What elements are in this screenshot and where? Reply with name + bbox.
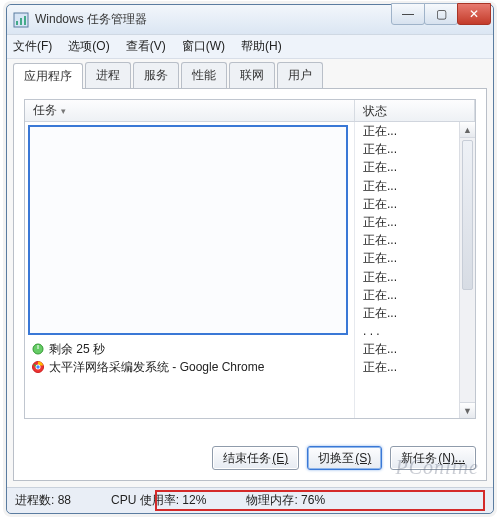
menu-window[interactable]: 窗口(W) (182, 38, 225, 55)
chrome-icon (31, 360, 45, 374)
close-button[interactable]: ✕ (457, 3, 491, 25)
task-row-timer[interactable]: 剩余 25 秒 (31, 340, 350, 358)
close-icon: ✕ (469, 7, 479, 21)
new-task-button[interactable]: 新任务(N)... (390, 446, 476, 470)
button-label: 新任务 (401, 450, 437, 467)
button-row: 结束任务(E) 切换至(S) 新任务(N)... (212, 446, 476, 470)
svg-rect-3 (24, 16, 26, 25)
task-row-label: 剩余 25 秒 (49, 341, 105, 358)
menu-file[interactable]: 文件(F) (13, 38, 52, 55)
status-column-body: 正在... 正在... 正在... 正在... 正在... 正在... 正在..… (355, 122, 475, 418)
scroll-down-button[interactable]: ▼ (460, 402, 475, 418)
tab-applications[interactable]: 应用程序 (13, 63, 83, 89)
tab-performance[interactable]: 性能 (181, 62, 227, 88)
button-label: 结束任务 (223, 450, 271, 467)
menu-options[interactable]: 选项(O) (68, 38, 109, 55)
tab-users[interactable]: 用户 (277, 62, 323, 88)
svg-rect-2 (20, 18, 22, 25)
selection-marquee (28, 125, 348, 335)
task-manager-window: Windows 任务管理器 — ▢ ✕ 文件(F) 选项(O) 查看(V) 窗口… (6, 4, 494, 514)
list-header: 任务 ▾ 状态 (25, 100, 475, 122)
list-body: 剩余 25 秒 太平洋网络采编发系统 - Google Chrome 正在.. (25, 122, 475, 418)
svg-rect-5 (38, 345, 39, 349)
applications-panel: 任务 ▾ 状态 剩余 25 秒 (13, 89, 487, 481)
timer-icon (31, 342, 45, 356)
vertical-scrollbar[interactable]: ▲ ▼ (459, 122, 475, 418)
scroll-thumb[interactable] (462, 140, 473, 290)
status-cpu: CPU 使用率: 12% (111, 492, 206, 509)
task-row-chrome[interactable]: 太平洋网络采编发系统 - Google Chrome (31, 358, 350, 376)
button-hotkey: (N)... (438, 451, 465, 465)
tab-processes[interactable]: 进程 (85, 62, 131, 88)
button-label: 切换至 (318, 450, 354, 467)
window-controls: — ▢ ✕ (392, 3, 491, 25)
menu-bar: 文件(F) 选项(O) 查看(V) 窗口(W) 帮助(H) (7, 35, 493, 59)
window-title: Windows 任务管理器 (35, 11, 147, 28)
status-memory: 物理内存: 76% (246, 492, 325, 509)
scroll-up-button[interactable]: ▲ (460, 122, 475, 138)
column-header-task[interactable]: 任务 ▾ (25, 100, 355, 121)
column-header-status[interactable]: 状态 (355, 100, 475, 121)
minimize-button[interactable]: — (391, 3, 425, 25)
task-column-body: 剩余 25 秒 太平洋网络采编发系统 - Google Chrome (25, 122, 355, 418)
button-hotkey: (S) (355, 451, 371, 465)
titlebar[interactable]: Windows 任务管理器 — ▢ ✕ (7, 5, 493, 35)
task-manager-icon (13, 12, 29, 28)
menu-help[interactable]: 帮助(H) (241, 38, 282, 55)
scroll-track[interactable] (460, 138, 475, 402)
menu-view[interactable]: 查看(V) (126, 38, 166, 55)
svg-point-9 (36, 365, 39, 368)
status-bar: 进程数: 88 CPU 使用率: 12% 物理内存: 76% (7, 487, 493, 513)
maximize-icon: ▢ (436, 7, 447, 21)
svg-rect-1 (16, 21, 18, 25)
minimize-icon: — (402, 7, 414, 21)
sort-indicator-icon: ▾ (61, 106, 66, 116)
task-row-label: 太平洋网络采编发系统 - Google Chrome (49, 359, 264, 376)
button-hotkey: (E) (272, 451, 288, 465)
switch-to-button[interactable]: 切换至(S) (307, 446, 382, 470)
applications-listview[interactable]: 任务 ▾ 状态 剩余 25 秒 (24, 99, 476, 419)
maximize-button[interactable]: ▢ (424, 3, 458, 25)
column-task-label: 任务 (33, 102, 57, 119)
tab-strip: 应用程序 进程 服务 性能 联网 用户 (13, 65, 487, 89)
client-area: 应用程序 进程 服务 性能 联网 用户 任务 ▾ 状态 (7, 59, 493, 487)
tab-networking[interactable]: 联网 (229, 62, 275, 88)
end-task-button[interactable]: 结束任务(E) (212, 446, 299, 470)
tab-services[interactable]: 服务 (133, 62, 179, 88)
status-processes: 进程数: 88 (15, 492, 71, 509)
